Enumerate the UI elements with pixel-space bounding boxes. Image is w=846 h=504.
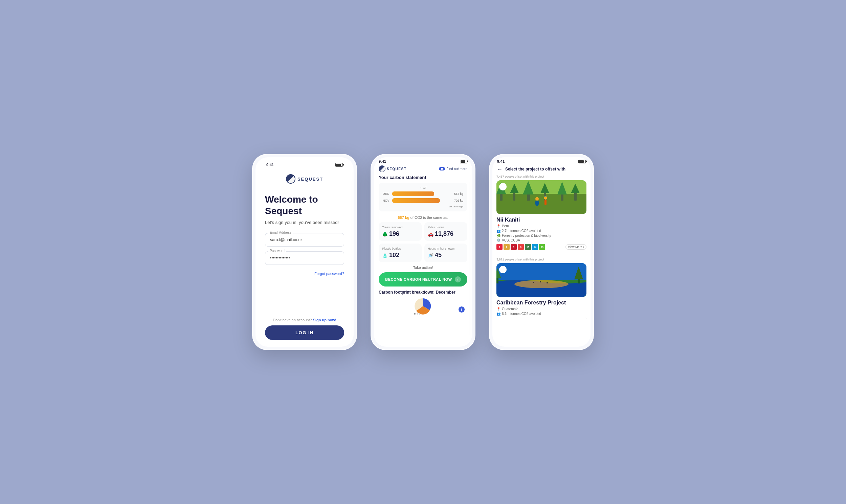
forest-image <box>496 180 586 214</box>
login-screen: 9:41 SEQUEST Welcome to Sequest Let's si… <box>255 157 354 347</box>
dec-label: DEC <box>383 192 390 196</box>
sdg-badge-13: 13 <box>539 244 545 250</box>
email-label: Email Address <box>268 231 293 234</box>
location-icon-2: 📍 <box>496 307 500 311</box>
password-input-group: Password <box>265 251 344 265</box>
project1-avatar <box>499 183 507 191</box>
bottle-icon: 🧴 <box>382 253 388 258</box>
sdg-badge-14: 14 <box>532 244 538 250</box>
forgot-password-link[interactable]: Forgot password? <box>265 272 344 276</box>
sdg-badge-2: 2 <box>504 244 510 250</box>
carbon-screen: 9:41 SEQUEST Find out more Your carbon s… <box>374 157 472 347</box>
status-bar-1: 9:41 <box>265 161 344 167</box>
take-action-text: Take action! <box>379 266 467 270</box>
carbon-statement-title: Your carbon statement <box>379 175 467 180</box>
password-field[interactable] <box>265 251 344 265</box>
project1-name: Nii Kaniti <box>496 217 586 223</box>
become-carbon-neutral-button[interactable]: BECOME CARBON NEUTRAL NOW › <box>379 272 467 287</box>
pie-chart <box>413 296 433 315</box>
nav-header: ← Select the project to offset with <box>492 164 591 175</box>
shower-stat-card: Hours in hot shower 🚿 45 <box>424 244 467 262</box>
uk-average-label: UK average <box>383 205 463 208</box>
category-icon-1: 🌿 <box>496 234 500 237</box>
stats-grid: Trees removed 🌲 196 Miles driven 🚗 11,87… <box>379 222 467 262</box>
welcome-subtext: Let's sign you in, you've been missed! <box>265 220 344 225</box>
project2-chevron: › <box>496 317 586 320</box>
miles-label: Miles driven <box>428 226 464 229</box>
bottles-stat-card: Plastic bottles 🧴 102 <box>379 244 422 262</box>
project2-co2: 👥 6.1m tonnes CO2 avoided <box>496 312 586 316</box>
bottles-value: 🧴 102 <box>382 252 418 259</box>
tree-icon: 🌲 <box>382 231 388 237</box>
project2-people-offset: 3,871 people offset with this project <box>496 258 586 261</box>
chart-axis-label: ← 1T <box>383 186 463 190</box>
welcome-heading: Welcome to Sequest <box>265 194 344 216</box>
equiv-amount: 567 kg <box>398 215 409 219</box>
status-bar-2: 9:41 <box>374 157 472 164</box>
co2-icon-2: 👥 <box>496 312 500 316</box>
divider-1 <box>496 255 586 255</box>
logo-area-1: SEQUEST <box>265 174 344 184</box>
dot-3 <box>419 313 420 314</box>
signup-prompt: Don't have an account? Sign up now! <box>265 318 344 322</box>
find-out-more-button[interactable]: Find out more <box>439 167 467 171</box>
project-card-1: 7,457 people offset with this project <box>496 175 586 250</box>
login-button[interactable]: LOG IN <box>265 325 344 340</box>
beach-image <box>496 263 586 297</box>
battery-icon-2 <box>460 160 467 163</box>
chart-row-dec: DEC 567 kg <box>383 192 463 196</box>
trees-value: 🌲 196 <box>382 230 418 237</box>
location-icon-1: 📍 <box>496 224 500 228</box>
svg-rect-1 <box>496 194 586 214</box>
chart-row-nov: NOV 702 kg <box>383 198 463 203</box>
project2-image <box>496 263 586 297</box>
battery-icon-3 <box>578 160 586 163</box>
projects-list: 7,457 people offset with this project <box>492 175 591 347</box>
sdg-badges-1: 1 2 3 8 15 14 13 View More › <box>496 244 586 250</box>
sequest-logo-text: SEQUEST <box>297 177 323 182</box>
info-button[interactable]: i <box>459 306 465 312</box>
project2-avatar <box>499 266 507 273</box>
miles-value: 🚗 11,876 <box>428 230 464 237</box>
nav-title: Select the project to offset with <box>505 167 565 172</box>
svg-point-30 <box>547 282 548 284</box>
sdg-badge-3: 3 <box>511 244 517 250</box>
projects-screen: 9:41 ← Select the project to offset with… <box>492 157 591 347</box>
trees-stat-card: Trees removed 🌲 196 <box>379 222 422 241</box>
carbon-phone: 9:41 SEQUEST Find out more Your carbon s… <box>371 154 475 350</box>
trees-label: Trees removed <box>382 226 418 229</box>
project1-co2: 👥 2.7m tonnes CO2 avoided <box>496 229 586 233</box>
eye-icon <box>439 167 445 170</box>
project1-category: 🌿 Forestry protection & biodiversity <box>496 234 586 237</box>
dot-2 <box>417 313 418 314</box>
projects-phone: 9:41 ← Select the project to offset with… <box>489 154 594 350</box>
cta-arrow-icon: › <box>455 276 461 283</box>
dot-1 <box>414 313 416 314</box>
app-header-2: SEQUEST Find out more <box>374 164 472 175</box>
bottles-label: Plastic bottles <box>382 247 418 250</box>
email-input-group: Email Address <box>265 233 344 247</box>
car-icon: 🚗 <box>428 231 434 237</box>
view-more-button-1[interactable]: View More › <box>565 244 586 250</box>
email-field[interactable] <box>265 233 344 247</box>
logo-small: SEQUEST <box>379 165 406 172</box>
breakdown-title: Carbon footprint breakdown: December <box>379 290 467 294</box>
sdg-badge-15: 15 <box>525 244 531 250</box>
sdg-badge-8: 8 <box>518 244 524 250</box>
signup-link[interactable]: Sign up now! <box>313 318 336 322</box>
nov-bar <box>392 198 440 203</box>
nov-label: NOV <box>383 199 390 202</box>
svg-rect-16 <box>535 201 537 205</box>
svg-rect-19 <box>545 200 547 205</box>
project1-people-offset: 7,457 people offset with this project <box>496 175 586 178</box>
project1-standards: 🛡️ VCS, CCBA <box>496 238 586 242</box>
project2-location: 📍 Guatemala <box>496 307 586 311</box>
logo-icon-small <box>379 165 385 172</box>
project2-name: Caribbean Forestry Project <box>496 300 586 306</box>
project-card-2: 3,871 people offset with this project <box>496 258 586 320</box>
back-button[interactable]: ← <box>497 166 503 172</box>
sequest-logo-icon <box>286 174 296 184</box>
carbon-chart: ← 1T DEC 567 kg NOV 702 kg <box>379 183 467 211</box>
standards-icon-1: 🛡️ <box>496 238 500 242</box>
password-label: Password <box>268 249 286 253</box>
